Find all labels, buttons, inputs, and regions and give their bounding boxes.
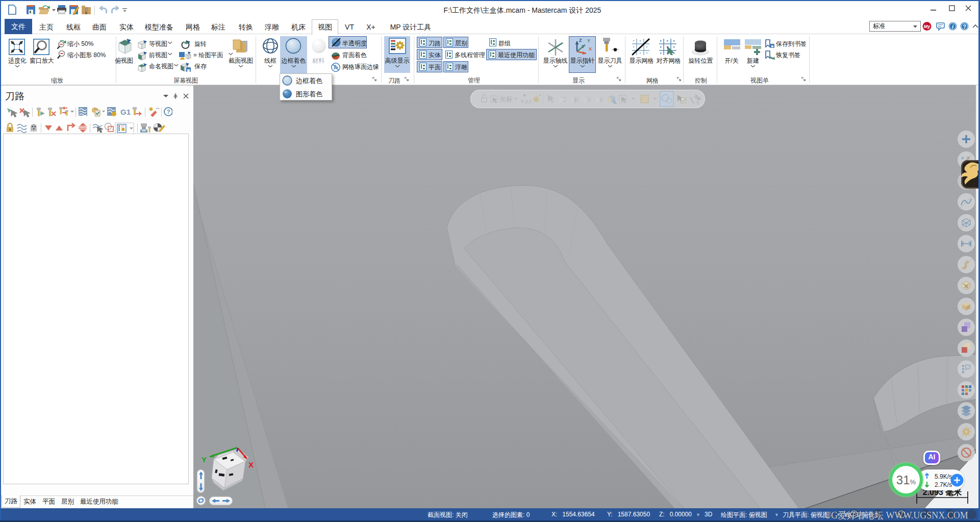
- svg-text:G1: G1: [120, 108, 131, 116]
- svg-text:Z: Z: [579, 38, 582, 43]
- svg-text:My: My: [924, 24, 931, 29]
- svg-text:Y: Y: [202, 455, 207, 464]
- svg-text:?: ?: [963, 23, 966, 30]
- svg-text:X: X: [589, 46, 592, 51]
- svg-text:2.7K/s: 2.7K/s: [935, 481, 952, 488]
- svg-text:Y: Y: [587, 38, 590, 43]
- svg-text:X: X: [248, 460, 254, 469]
- svg-text:x,y,z: x,y,z: [521, 98, 532, 104]
- svg-text:5.9K/s: 5.9K/s: [935, 473, 952, 480]
- svg-text:光标: 光标: [499, 95, 513, 103]
- svg-text:?: ?: [167, 109, 170, 115]
